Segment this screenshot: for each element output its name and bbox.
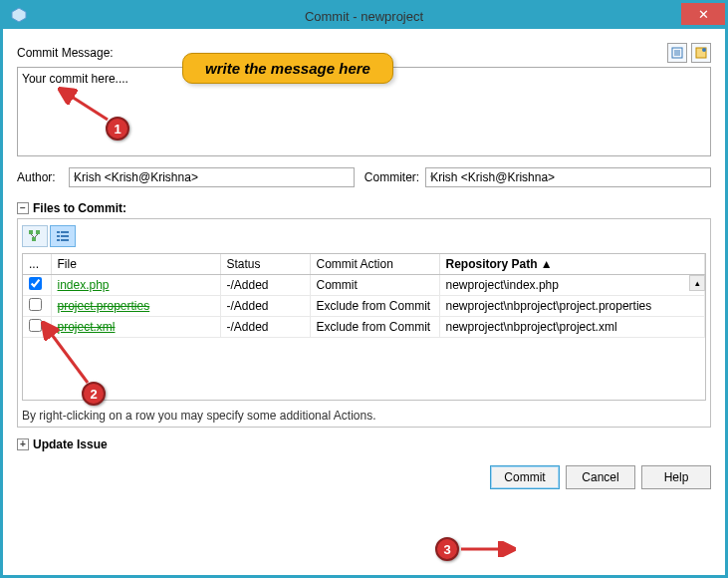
commiter-label: Commiter:	[364, 170, 419, 184]
col-action[interactable]: Commit Action	[310, 254, 439, 275]
file-action: Exclude from Commit	[310, 296, 439, 317]
file-checkbox[interactable]	[29, 277, 42, 290]
chevron-down-icon: ▾	[74, 172, 79, 182]
author-label: Author:	[17, 170, 63, 184]
hint-text: By right-clicking on a row you may speci…	[22, 409, 706, 423]
svg-line-19	[44, 324, 88, 383]
file-status: -/Added	[220, 275, 310, 296]
sort-asc-icon: ▲	[541, 257, 553, 271]
template-button[interactable]	[691, 43, 711, 63]
file-action: Commit	[310, 275, 439, 296]
svg-rect-9	[32, 237, 36, 241]
commit-message-label: Commit Message:	[17, 46, 114, 60]
tree-view-button[interactable]	[22, 225, 48, 247]
window-title: Commit - newproject	[305, 9, 423, 24]
file-name: project.properties	[58, 299, 150, 313]
col-status[interactable]: Status	[220, 254, 310, 275]
svg-rect-14	[57, 235, 60, 237]
annotation-arrow-1	[53, 85, 113, 125]
file-repo-path: newproject\nbproject\project.xml	[439, 317, 705, 338]
svg-rect-7	[29, 230, 33, 234]
files-table-wrap: ... File Status Commit Action Repository…	[22, 253, 706, 401]
table-row[interactable]: index.php-/AddedCommitnewproject\index.p…	[23, 275, 705, 296]
file-status: -/Added	[220, 317, 310, 338]
annotation-badge-3: 3	[435, 537, 459, 561]
col-file[interactable]: File	[51, 254, 220, 275]
help-button[interactable]: Help	[641, 465, 711, 489]
list-icon	[671, 47, 683, 59]
commiter-value: Krish <Krish@Krishna>	[430, 170, 555, 184]
list-view-icon	[56, 229, 70, 243]
col-repo[interactable]: Repository Path ▲	[439, 254, 705, 275]
commit-dialog: Commit - newproject ✕ Commit Message: Au…	[0, 0, 728, 578]
annotation-arrow-2	[38, 318, 98, 388]
table-row[interactable]: project.xml-/AddedExclude from Commitnew…	[23, 317, 705, 338]
files-table: ... File Status Commit Action Repository…	[23, 254, 705, 338]
svg-line-10	[31, 234, 34, 237]
svg-rect-13	[61, 231, 69, 233]
close-icon: ✕	[698, 7, 709, 22]
scroll-up-button[interactable]: ▴	[689, 275, 705, 291]
svg-line-11	[35, 234, 38, 237]
author-value: Krish <Krish@Krishna>	[74, 170, 198, 184]
svg-rect-16	[57, 239, 60, 241]
file-action: Exclude from Commit	[310, 317, 439, 338]
chevron-down-icon: ▾	[430, 172, 435, 182]
annotation-arrow-3	[459, 541, 519, 557]
table-row[interactable]: project.properties-/AddedExclude from Co…	[23, 296, 705, 317]
close-button[interactable]: ✕	[681, 3, 725, 25]
title-bar: Commit - newproject ✕	[3, 3, 725, 29]
col-checkbox[interactable]: ...	[23, 254, 51, 275]
note-icon	[695, 47, 707, 59]
files-expander[interactable]: −	[17, 202, 29, 214]
cancel-button[interactable]: Cancel	[566, 465, 635, 489]
svg-line-18	[61, 90, 108, 120]
author-combo[interactable]: Krish <Krish@Krishna> ▾	[69, 167, 355, 187]
svg-rect-15	[61, 235, 69, 237]
list-view-button[interactable]	[50, 225, 76, 247]
files-panel: ... File Status Commit Action Repository…	[17, 218, 711, 428]
app-icon	[11, 7, 27, 23]
table-header: ... File Status Commit Action Repository…	[23, 254, 705, 275]
svg-rect-17	[61, 239, 69, 241]
svg-rect-8	[36, 230, 40, 234]
svg-marker-0	[12, 8, 26, 22]
annotation-callout: write the message here	[182, 53, 393, 84]
file-status: -/Added	[220, 296, 310, 317]
file-repo-path: newproject\index.php	[439, 275, 705, 296]
commiter-combo[interactable]: Krish <Krish@Krishna> ▾	[425, 167, 711, 187]
file-repo-path: newproject\nbproject\project.properties	[439, 296, 705, 317]
col-repo-label: Repository Path	[446, 257, 538, 271]
update-issue-label: Update Issue	[33, 437, 108, 451]
svg-point-6	[702, 48, 706, 52]
update-issue-expander[interactable]: +	[17, 438, 29, 450]
commit-button[interactable]: Commit	[490, 465, 560, 489]
svg-rect-12	[57, 231, 60, 233]
file-name: index.php	[58, 278, 110, 292]
file-checkbox[interactable]	[29, 298, 42, 311]
tree-icon	[28, 229, 42, 243]
recent-messages-button[interactable]	[667, 43, 687, 63]
files-to-commit-label: Files to Commit:	[33, 201, 126, 215]
